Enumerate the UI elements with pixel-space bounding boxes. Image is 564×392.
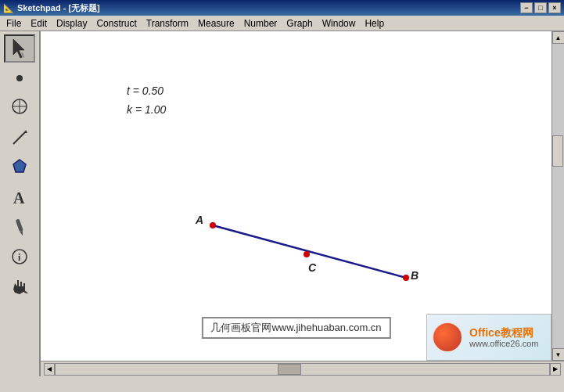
svg-text:A: A — [13, 189, 25, 207]
info-tool[interactable]: i — [4, 243, 35, 271]
minimize-button[interactable]: − — [520, 2, 533, 13]
point-B-dot — [403, 275, 409, 281]
point-A-label: A — [196, 214, 203, 226]
line-icon — [10, 127, 29, 149]
app-icon: 📐 — [3, 3, 14, 13]
office-promo-text: Office教程网 www.office26.com — [469, 326, 538, 349]
toolbar: A i — [0, 31, 41, 376]
point-tool[interactable] — [4, 64, 35, 92]
menu-transform[interactable]: Transform — [142, 16, 193, 31]
svg-point-12 — [13, 250, 27, 264]
scroll-left-button[interactable]: ◀ — [44, 363, 55, 376]
window-title: Sketchpad - [无标题] — [17, 2, 100, 14]
scroll-thumb-bottom[interactable] — [278, 364, 301, 375]
canvas-container: t = 0.50 k = 1.00 A C B 几何画板官网www.jihehu… — [41, 31, 564, 376]
svg-point-2 — [16, 75, 23, 81]
office-brand: Office教程网 — [469, 326, 538, 340]
svg-line-6 — [13, 131, 26, 144]
svg-marker-14 — [13, 280, 25, 294]
point-A-dot — [210, 222, 216, 228]
title-bar: 📐 Sketchpad - [无标题] − □ × — [0, 0, 564, 16]
svg-marker-8 — [13, 160, 26, 172]
measurement-t: t = 0.50 — [127, 85, 163, 97]
menu-display[interactable]: Display — [52, 16, 92, 31]
hand-icon — [10, 275, 29, 297]
menu-bar: File Edit Display Construct Transform Me… — [0, 16, 564, 31]
title-bar-controls: − □ × — [520, 2, 561, 13]
point-C-dot — [304, 251, 310, 257]
status-bar: ◀ ▶ — [41, 361, 564, 376]
canvas-svg — [41, 31, 551, 361]
svg-marker-1 — [21, 52, 24, 58]
menu-number[interactable]: Number — [239, 16, 282, 31]
polygon-tool[interactable] — [4, 153, 35, 182]
svg-rect-10 — [16, 219, 23, 232]
scroll-thumb-right[interactable] — [552, 135, 563, 167]
office-logo-circle — [432, 322, 463, 353]
menu-window[interactable]: Window — [318, 16, 361, 31]
svg-marker-7 — [24, 130, 27, 133]
watermark-text: 几何画板官网www.jihehuaban.com.cn — [210, 322, 381, 333]
scroll-right-button[interactable]: ▶ — [550, 363, 561, 376]
point-C-label: C — [308, 261, 316, 274]
compass-icon — [10, 97, 29, 119]
polygon-icon — [10, 156, 29, 178]
svg-marker-0 — [13, 39, 24, 58]
svg-line-15 — [24, 291, 26, 293]
measurement-k: k = 1.00 — [127, 103, 166, 116]
marker-icon — [10, 216, 29, 238]
scroll-track-right[interactable] — [552, 44, 565, 348]
canvas-with-scrollbar: t = 0.50 k = 1.00 A C B 几何画板官网www.jihehu… — [41, 31, 564, 361]
svg-marker-11 — [20, 231, 24, 236]
menu-graph[interactable]: Graph — [282, 16, 317, 31]
menu-help[interactable]: Help — [360, 16, 389, 31]
title-bar-left: 📐 Sketchpad - [无标题] — [3, 2, 100, 14]
text-tool[interactable]: A — [4, 183, 35, 211]
menu-edit[interactable]: Edit — [26, 16, 52, 31]
pointer-tool[interactable] — [4, 34, 35, 63]
scrollbar-right: ▲ ▼ — [551, 31, 564, 361]
menu-measure[interactable]: Measure — [193, 16, 239, 31]
scroll-track-bottom[interactable] — [55, 363, 550, 376]
arrow-icon — [10, 38, 29, 59]
maximize-button[interactable]: □ — [534, 2, 547, 13]
main-area: A i — [0, 31, 564, 376]
svg-point-3 — [13, 99, 27, 113]
close-button[interactable]: × — [548, 2, 561, 13]
info-icon: i — [10, 246, 29, 268]
marker-tool[interactable] — [4, 213, 35, 241]
point-B-label: B — [411, 269, 419, 282]
text-icon: A — [10, 186, 29, 208]
canvas-area[interactable]: t = 0.50 k = 1.00 A C B 几何画板官网www.jihehu… — [41, 31, 551, 361]
point-icon — [10, 67, 29, 89]
svg-text:i: i — [18, 252, 21, 263]
menu-file[interactable]: File — [2, 16, 26, 31]
compass-tool[interactable] — [4, 94, 35, 122]
scroll-up-button[interactable]: ▲ — [552, 31, 565, 44]
office-url: www.office26.com — [469, 339, 538, 348]
watermark: 几何画板官网www.jihehuaban.com.cn — [201, 317, 390, 339]
line-tool[interactable] — [4, 124, 35, 152]
menu-construct[interactable]: Construct — [92, 16, 141, 31]
svg-line-16 — [26, 292, 27, 293]
office-promo: Office教程网 www.office26.com — [426, 314, 551, 361]
hand-tool[interactable] — [4, 272, 35, 300]
scroll-down-button[interactable]: ▼ — [552, 348, 565, 361]
